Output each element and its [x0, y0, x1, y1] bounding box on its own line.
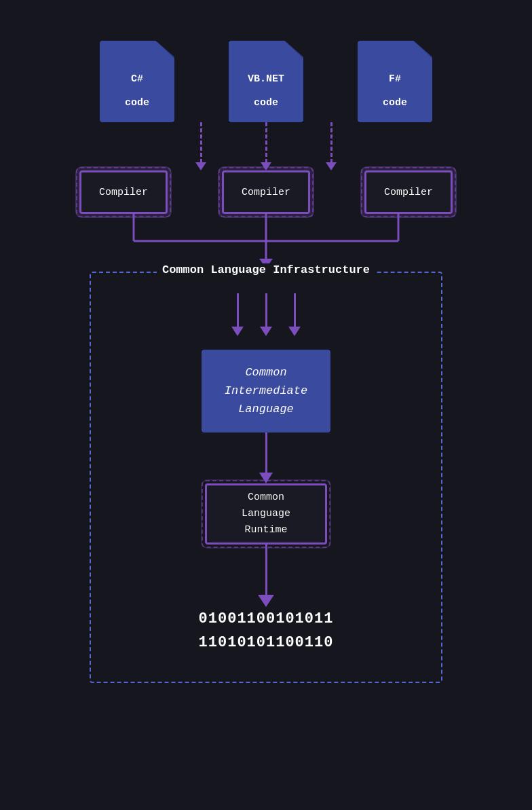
file-label-vbnet-1: VB.NET	[248, 72, 284, 86]
cil-to-clr-line	[265, 432, 267, 473]
cil-box: Common Intermediate Language	[202, 350, 330, 432]
cli-arrow-1	[231, 293, 244, 336]
binary-line2: 11010101100110	[199, 631, 334, 655]
cli-arrowhead-3	[288, 327, 301, 336]
compiler-1: Compiler	[79, 170, 168, 214]
compiler-2-label: Compiler	[242, 187, 290, 198]
diagram-container: C#code VB.NETcode F#code Compiler Compil…	[0, 0, 532, 810]
cli-solid-line-1	[237, 293, 239, 327]
cli-solid-line-2	[265, 293, 267, 327]
compiler-2: Compiler	[222, 170, 310, 214]
file-label-csharp-2: code	[125, 96, 149, 110]
cli-title: Common Language Infrastructure	[157, 263, 375, 276]
arrow-vbnet-to-compiler	[261, 122, 271, 170]
compiler-3: Compiler	[364, 170, 453, 214]
dashed-line-3	[330, 122, 332, 163]
compiler-1-label: Compiler	[99, 187, 148, 198]
arrow-head-1	[195, 162, 206, 170]
cli-arrow-2	[260, 293, 272, 336]
cil-to-clr-arrow	[259, 432, 273, 483]
merge-svg	[90, 214, 442, 268]
compilers-row: Compiler Compiler Compiler	[0, 170, 532, 214]
file-to-compiler-arrows	[0, 122, 532, 170]
binary-line1: 01001100101011	[199, 607, 334, 631]
arrow-head-2	[261, 162, 271, 170]
binary-output: 01001100101011 11010101100110	[199, 607, 334, 655]
clr-to-binary-arrowhead	[258, 595, 274, 607]
file-label-vbnet-2: code	[254, 96, 278, 110]
arrow-fsharp-to-compiler	[326, 122, 337, 170]
compiler-3-label: Compiler	[384, 187, 433, 198]
cli-arrow-3	[288, 293, 301, 336]
cli-arrowhead-2	[260, 327, 272, 336]
cli-dashed-border: Common Language Infrastructure	[90, 272, 442, 683]
file-csharp: C#code	[100, 41, 174, 122]
clr-to-binary-arrow	[258, 545, 274, 607]
arrow-csharp-to-compiler	[195, 122, 206, 170]
cli-solid-line-3	[294, 293, 296, 327]
clr-box: Common Language Runtime	[205, 483, 327, 545]
file-fsharp: F#code	[358, 41, 432, 122]
cil-label: Common Intermediate Language	[225, 363, 307, 419]
cli-arrows-row	[231, 293, 301, 336]
file-label-fsharp-2: code	[383, 96, 407, 110]
dashed-line-1	[200, 122, 202, 163]
top-files-row: C#code VB.NETcode F#code	[0, 41, 532, 122]
cli-arrowhead-1	[231, 327, 244, 336]
clr-to-binary-line	[265, 545, 267, 595]
cil-to-clr-arrowhead	[259, 473, 273, 483]
file-label-csharp-1: C#	[131, 72, 143, 86]
cli-container: Common Language Infrastructure	[90, 272, 442, 683]
dashed-line-2	[265, 122, 267, 163]
file-vbnet: VB.NETcode	[229, 41, 303, 122]
file-label-fsharp-1: F#	[389, 72, 401, 86]
arrow-head-3	[326, 162, 337, 170]
clr-label: Common Language Runtime	[242, 490, 290, 538]
